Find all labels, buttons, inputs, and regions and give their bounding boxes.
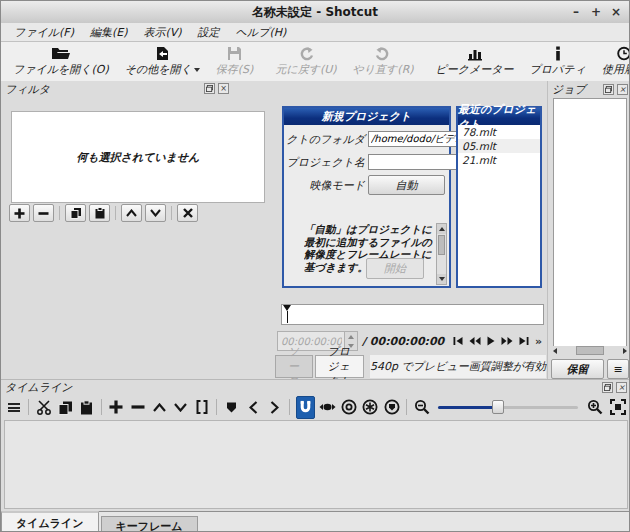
timeline-zoom-slider[interactable] [438, 400, 578, 414]
float-panel-icon[interactable] [603, 84, 614, 95]
scroll-down-icon[interactable] [437, 274, 446, 284]
float-panel-icon[interactable] [204, 83, 215, 94]
split-button[interactable] [193, 397, 210, 418]
tab-source[interactable]: ソース [275, 355, 313, 378]
timeline-menu-button[interactable] [5, 397, 22, 418]
recent-project-item[interactable]: 05.mlt [458, 139, 540, 153]
copy-button[interactable] [56, 397, 73, 418]
scrollbar-thumb[interactable] [438, 235, 445, 255]
float-panel-icon[interactable] [602, 382, 613, 393]
zoom-out-button[interactable] [413, 397, 430, 418]
jobs-scrollbar[interactable] [553, 346, 627, 355]
description-scrollbar[interactable] [436, 223, 447, 285]
save-button[interactable]: 保存(S) [208, 42, 262, 81]
peak-meter-button[interactable]: ピークメーター [428, 42, 522, 81]
menu-settings[interactable]: 設定 [191, 24, 227, 41]
ripple-toggle-button[interactable] [340, 397, 357, 418]
tab-project[interactable]: プロジェクト [315, 355, 364, 378]
menu-help[interactable]: ヘルプ(H) [229, 24, 294, 41]
paste-filters-button[interactable] [89, 204, 110, 222]
play-button[interactable] [487, 336, 495, 346]
menu-file[interactable]: ファイル(F) [7, 24, 81, 41]
timeline-panel-title: タイムライン [5, 380, 73, 395]
save-icon [227, 46, 242, 61]
skip-to-start-button[interactable] [453, 336, 463, 346]
player-tab-bar: ソース プロジェクト 540p でプレビュー画質調整が有効 [275, 355, 546, 378]
scrollbar-thumb[interactable] [576, 346, 604, 355]
zoom-in-button[interactable] [586, 397, 603, 418]
filter-panel-title: フィルタ [5, 82, 50, 97]
menu-edit[interactable]: 編集(E) [83, 24, 135, 41]
snap-toggle-button[interactable] [296, 396, 315, 419]
hold-jobs-button[interactable]: 保留 [551, 359, 604, 379]
scroll-right-icon[interactable] [623, 348, 627, 354]
add-filter-button[interactable] [9, 204, 30, 222]
slider-thumb[interactable] [492, 400, 504, 414]
marker-button[interactable] [223, 397, 240, 418]
properties-button[interactable]: プロパティ [522, 42, 594, 81]
transport-overflow-button[interactable]: » [535, 335, 542, 348]
close-panel-icon[interactable]: × [218, 83, 229, 94]
filter-toolbar-separator [171, 206, 172, 220]
open-file-button[interactable]: ファイルを開く(O) [5, 42, 117, 81]
ripple-delete-button[interactable] [129, 397, 146, 418]
video-mode-label: 映像モード [286, 178, 368, 192]
copy-filters-button[interactable] [65, 204, 86, 222]
main-toolbar: ファイルを開く(O) その他を開く 保存(S) 元に戻す(U) [1, 42, 629, 82]
skip-to-end-button[interactable] [519, 336, 529, 346]
close-panel-icon[interactable]: × [617, 84, 628, 95]
history-icon [616, 46, 630, 61]
next-marker-button[interactable] [266, 397, 283, 418]
history-button[interactable]: 使用履歴 [594, 42, 630, 81]
title-bar[interactable]: 名称未設定 - Shotcut – + × [1, 1, 629, 24]
rewind-button[interactable] [469, 336, 481, 346]
move-filter-down-button[interactable] [145, 204, 166, 222]
scrub-while-dragging-button[interactable] [319, 397, 336, 418]
timeline-tracks-area[interactable] [4, 420, 628, 509]
redo-button[interactable]: やり直す(R) [345, 42, 422, 81]
append-button[interactable] [108, 397, 125, 418]
new-project-panel: 新規プロジェクト プロジェクトのフォルダ プロジェクト名 映像モード 自動 「自… [282, 106, 451, 288]
deselect-filter-button[interactable] [177, 204, 198, 222]
magnet-icon [298, 400, 313, 415]
menu-view[interactable]: 表示(V) [137, 24, 189, 41]
seek-bar[interactable] [281, 304, 544, 325]
cut-button[interactable] [35, 397, 52, 418]
start-button[interactable]: 開始 [366, 258, 424, 279]
scroll-left-icon[interactable] [553, 348, 557, 354]
minimize-button[interactable]: – [567, 4, 585, 20]
ripple-markers-button[interactable] [383, 397, 400, 418]
scroll-up-icon[interactable] [437, 224, 446, 234]
jobs-list[interactable] [553, 98, 627, 348]
undo-button[interactable]: 元に戻す(U) [267, 42, 344, 81]
remove-filter-button[interactable] [33, 204, 54, 222]
move-filter-up-button[interactable] [121, 204, 142, 222]
ripple-all-tracks-button[interactable] [362, 397, 379, 418]
zoom-fit-button[interactable] [610, 397, 627, 418]
fast-forward-button[interactable] [501, 336, 513, 346]
lift-button[interactable] [150, 397, 167, 418]
tab-timeline[interactable]: タイムライン [1, 511, 99, 532]
spin-up-icon[interactable] [345, 332, 357, 341]
playhead-marker[interactable] [283, 305, 291, 323]
close-button[interactable]: × [607, 4, 625, 20]
open-other-button[interactable]: その他を開く [117, 42, 208, 81]
open-folder-icon [51, 46, 71, 61]
video-mode-button[interactable]: 自動 [368, 175, 445, 195]
previous-marker-button[interactable] [244, 397, 261, 418]
close-panel-icon[interactable]: × [616, 382, 627, 393]
dropdown-arrow-icon [194, 68, 200, 72]
filter-empty-state: 何も選択されていません [11, 111, 265, 203]
menu-bar: ファイル(F) 編集(E) 表示(V) 設定 ヘルプ(H) [1, 23, 629, 42]
maximize-button[interactable]: + [587, 4, 605, 20]
paste-button[interactable] [78, 397, 95, 418]
recent-project-item[interactable]: 21.mlt [458, 153, 540, 167]
jobs-panel: ジョブ × 保留 ≡ [547, 81, 630, 379]
overwrite-button[interactable] [172, 397, 189, 418]
tab-keyframes[interactable]: キーフレーム [101, 516, 198, 532]
jobs-menu-button[interactable]: ≡ [607, 359, 629, 379]
timeline-panel: タイムライン × [1, 379, 630, 512]
filter-toolbar-separator [115, 206, 116, 220]
preview-scaling-status: 540p でプレビュー画質調整が有効 [370, 355, 546, 378]
jobs-panel-title: ジョブ [552, 82, 586, 97]
